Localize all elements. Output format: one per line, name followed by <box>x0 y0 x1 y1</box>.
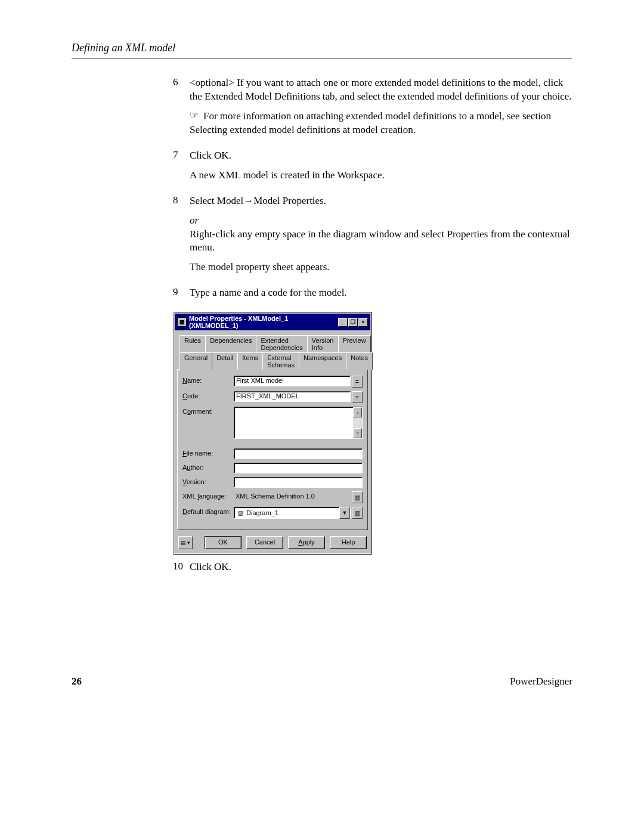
step-7: 7 Click OK. A new XML model is created i… <box>173 149 572 188</box>
page-header: Defining an XML model <box>72 42 572 58</box>
tab-namespaces[interactable]: Namespaces <box>299 352 346 370</box>
properties-icon[interactable]: ▥ <box>352 507 363 519</box>
step-number: 8 <box>173 194 190 281</box>
step-text: A new XML model is created in the Worksp… <box>190 169 572 182</box>
step-8: 8 Select Model→Model Properties. or Righ… <box>173 194 572 281</box>
code-input[interactable]: FIRST_XML_MODEL <box>234 391 351 402</box>
step-6: 6 <optional> If you want to attach one o… <box>173 76 572 143</box>
tab-version-info[interactable]: Version Info <box>307 335 339 352</box>
tabs-row-front: General Detail Items External Schemas Na… <box>177 352 368 370</box>
default-diagram-value: Diagram_1 <box>246 509 339 516</box>
author-input[interactable] <box>234 463 363 473</box>
step-number: 6 <box>173 76 190 143</box>
page-footer: 26 PowerDesigner <box>72 676 572 688</box>
step-9: 9 Type a name and a code for the model. <box>173 286 572 306</box>
or-text: or <box>190 214 572 228</box>
help-button[interactable]: Help <box>330 536 367 549</box>
restore-button[interactable]: ❐ <box>348 318 358 327</box>
step-number: 7 <box>173 149 190 188</box>
app-icon: ▦ <box>177 317 187 327</box>
step-number: 10 <box>173 561 190 580</box>
xml-language-label: XML language: <box>182 491 234 500</box>
steps-list: 6 <optional> If you want to attach one o… <box>173 76 572 306</box>
page-number: 26 <box>72 676 82 688</box>
version-input[interactable] <box>234 477 363 488</box>
step-text: Click OK. <box>190 149 572 163</box>
name-input[interactable]: First XML model <box>234 376 351 386</box>
step-text: Click OK. <box>190 561 572 574</box>
name-label: Name: <box>182 376 234 384</box>
step-10: 10 Click OK. <box>173 561 572 580</box>
step-text: Right-click any empty space in the diagr… <box>190 228 572 255</box>
dialog-titlebar: ▦ Model Properties - XMLModel_1 (XMLMODE… <box>175 314 370 330</box>
menu-icon: ▤ <box>181 540 186 546</box>
tab-external-schemas[interactable]: External Schemas <box>262 352 299 370</box>
step-text: <optional> If you want to attach one or … <box>190 76 572 104</box>
dialog-footer: ▤ ▾ OK Cancel Apply Help <box>174 532 371 554</box>
note-text: For more information on attaching extend… <box>190 110 551 135</box>
optional-tag: <optional> <box>190 77 234 88</box>
equals-button[interactable]: = <box>352 376 363 388</box>
minimize-button[interactable]: _ <box>338 318 348 327</box>
tab-detail[interactable]: Detail <box>212 352 238 370</box>
tab-dependencies[interactable]: Dependencies <box>205 335 256 352</box>
comment-label: Comment: <box>182 407 234 415</box>
step-text: Select Model→Model Properties. <box>190 194 572 208</box>
default-diagram-label: Default diagram: <box>182 507 234 515</box>
apply-button[interactable]: Apply <box>288 536 325 549</box>
tab-general[interactable]: General <box>179 352 212 370</box>
scroll-down-icon[interactable]: ▾ <box>353 428 362 438</box>
note-icon: ☞ <box>190 109 199 123</box>
tabs-row-back: Rules Dependencies Extended Dependencies… <box>177 335 368 352</box>
diagram-icon: ▧ <box>236 509 244 517</box>
tab-notes[interactable]: Notes <box>346 352 373 370</box>
tab-preview[interactable]: Preview <box>338 335 371 352</box>
code-label: Code: <box>182 391 234 400</box>
step-text: The model property sheet appears. <box>190 261 572 274</box>
product-name: PowerDesigner <box>510 676 572 688</box>
menu-button[interactable]: ▤ ▾ <box>178 536 193 549</box>
model-properties-dialog: ▦ Model Properties - XMLModel_1 (XMLMODE… <box>173 312 372 555</box>
close-button[interactable]: × <box>358 318 368 327</box>
chevron-down-icon: ▾ <box>187 540 190 546</box>
dialog-title: Model Properties - XMLModel_1 (XMLMODEL_… <box>189 315 338 329</box>
properties-icon[interactable]: ▥ <box>352 491 363 503</box>
ok-button[interactable]: OK <box>205 536 242 549</box>
scroll-up-icon[interactable]: ▴ <box>353 407 362 417</box>
general-tab-panel: Name: First XML model = Code: FIRST_XML_… <box>177 369 368 530</box>
author-label: Author: <box>182 463 234 471</box>
tab-items[interactable]: Items <box>237 352 263 370</box>
step-note: ☞For more information on attaching exten… <box>190 110 572 137</box>
tab-extended-dependencies[interactable]: Extended Dependencies <box>256 335 307 352</box>
step-text-body: If you want to attach one or more extend… <box>190 77 572 102</box>
scroll-track[interactable] <box>353 417 362 428</box>
filename-input[interactable] <box>234 448 363 459</box>
step-number: 9 <box>173 286 190 306</box>
tab-rules[interactable]: Rules <box>179 335 206 352</box>
version-label: Version: <box>182 477 234 485</box>
comment-textarea[interactable] <box>234 407 353 439</box>
chevron-down-icon[interactable]: ▼ <box>339 507 350 519</box>
default-diagram-combo[interactable]: ▧ Diagram_1 ▼ <box>234 507 351 519</box>
xml-language-value: XML Schema Definition 1.0 <box>234 491 351 501</box>
filename-label: File name: <box>182 448 234 457</box>
equals-button[interactable]: = <box>352 391 363 403</box>
step-text: Type a name and a code for the model. <box>190 286 572 300</box>
scrollbar[interactable]: ▴ ▾ <box>353 407 363 439</box>
cancel-button[interactable]: Cancel <box>246 536 283 549</box>
